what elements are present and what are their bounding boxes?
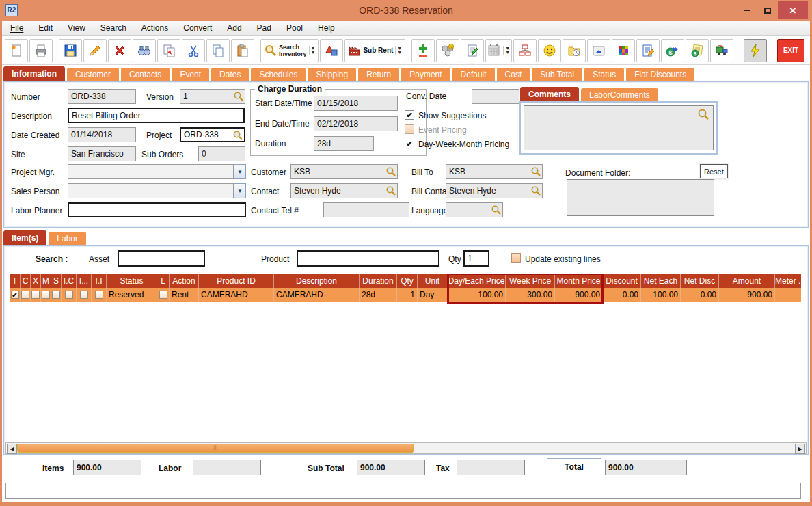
cut-button[interactable]	[182, 39, 205, 62]
col-header-month-price[interactable]: Month Price	[555, 274, 603, 288]
customer-field[interactable]: KSB	[290, 164, 398, 179]
tab-shipping[interactable]: Shipping	[307, 67, 357, 81]
cell-x[interactable]	[31, 288, 41, 302]
menu-actions[interactable]: Actions	[141, 23, 168, 33]
row-checkbox-i-i[interactable]	[95, 291, 103, 299]
group-lookup-button[interactable]: ?	[436, 39, 459, 62]
cell-qty[interactable]: 1	[397, 288, 418, 302]
comments-textarea[interactable]	[524, 105, 714, 150]
add-line-button[interactable]	[411, 39, 435, 62]
cell-duration[interactable]: 28d	[360, 288, 397, 302]
cell-meter-[interactable]	[775, 288, 801, 302]
language-lookup-icon[interactable]	[491, 204, 502, 215]
col-header-i-c[interactable]: I.C	[62, 274, 77, 288]
number-field[interactable]: ORD-338	[68, 89, 136, 104]
exit-button[interactable]: EXIT	[777, 39, 804, 62]
product-input[interactable]	[297, 250, 439, 267]
comments-lookup-icon[interactable]	[697, 108, 709, 120]
col-header-discount[interactable]: Discount	[603, 274, 641, 288]
bill-contact-lookup-icon[interactable]	[530, 185, 541, 196]
update-existing-lines-checkbox[interactable]	[511, 253, 521, 263]
menu-help[interactable]: Help	[318, 23, 335, 33]
sub-orders-field[interactable]: 0	[198, 146, 245, 161]
col-header-duration[interactable]: Duration	[360, 274, 397, 288]
cell-discount[interactable]: 0.00	[603, 288, 641, 302]
col-header-x[interactable]: X	[31, 274, 41, 288]
tab-comments[interactable]: Comments	[519, 86, 580, 101]
tab-schedules[interactable]: Schedules	[250, 67, 306, 81]
menu-view[interactable]: View	[68, 23, 85, 33]
blocks-button[interactable]	[612, 39, 635, 62]
project-lookup-icon[interactable]	[232, 130, 243, 141]
date-created-field[interactable]: 01/14/2018	[68, 127, 136, 142]
org-chart-button[interactable]	[513, 39, 537, 62]
quick-action-button[interactable]	[744, 39, 767, 62]
row-checkbox-c[interactable]	[21, 291, 29, 299]
cell-c[interactable]	[21, 288, 31, 302]
cell-week-price[interactable]: 300.00	[506, 288, 555, 302]
show-suggestions-checkbox[interactable]: ✔	[405, 110, 414, 120]
start-date-field[interactable]: 01/15/2018	[314, 96, 398, 111]
search-inventory-button[interactable]: SearchInventory ▼▼	[260, 39, 319, 62]
contact-lookup-icon[interactable]	[385, 185, 396, 196]
menu-pool[interactable]: Pool	[286, 23, 303, 33]
duration-field[interactable]: 28d	[314, 136, 374, 151]
col-header-l[interactable]: L	[157, 274, 170, 288]
tab-event[interactable]: Event	[171, 67, 210, 81]
tab-item-s-[interactable]: Item(s)	[3, 230, 47, 245]
end-date-field[interactable]: 02/12/2018	[314, 116, 398, 131]
cell-i-i[interactable]	[92, 288, 107, 302]
transfer-button[interactable]	[157, 39, 180, 62]
history-folder-button[interactable]	[563, 39, 586, 62]
grid-data-row[interactable]: ✔ReservedRentCAMERAHDCAMERAHD28d1Day100.…	[10, 288, 801, 302]
day-week-month-pricing-checkbox[interactable]: ✔	[405, 139, 414, 148]
asset-input[interactable]	[118, 250, 205, 267]
language-field[interactable]	[446, 202, 503, 217]
menu-convert[interactable]: Convert	[183, 23, 212, 33]
cell-i-[interactable]	[77, 288, 92, 302]
qty-input[interactable]: 1	[463, 250, 489, 267]
calendar-button[interactable]: ▼▼	[485, 39, 512, 62]
row-checkbox-s[interactable]	[52, 291, 60, 299]
labor-planner-field[interactable]	[68, 202, 246, 217]
col-header-i-i[interactable]: I.I	[92, 274, 107, 288]
money-transfer-button[interactable]: $	[661, 39, 684, 62]
site-field[interactable]: San Francisco	[68, 146, 136, 161]
col-header-product-id[interactable]: Product ID	[199, 274, 274, 288]
version-lookup-icon[interactable]	[233, 91, 244, 102]
edit-button[interactable]	[83, 39, 107, 62]
sales-person-dropdown[interactable]: ▼	[234, 183, 246, 198]
contact-tel-field[interactable]	[323, 202, 409, 217]
project-mgr-field[interactable]	[68, 164, 234, 179]
notes-button[interactable]	[461, 39, 484, 62]
col-header-qty[interactable]: Qty	[397, 274, 418, 288]
invoice-button[interactable]: $	[686, 39, 709, 62]
col-header-week-price[interactable]: Week Price	[506, 274, 555, 288]
bill-to-lookup-icon[interactable]	[530, 166, 541, 177]
col-header-s[interactable]: S	[51, 274, 62, 288]
tab-payment[interactable]: Payment	[401, 67, 450, 81]
menu-search[interactable]: Search	[100, 23, 126, 33]
shortcut-key-button[interactable]	[587, 39, 610, 62]
customer-lookup-icon[interactable]	[385, 166, 396, 177]
description-field[interactable]: Reset Billing Order	[68, 108, 245, 123]
maximize-button[interactable]	[757, 1, 778, 19]
cell-net-each[interactable]: 100.00	[641, 288, 681, 302]
row-checkbox-t[interactable]: ✔	[11, 291, 19, 299]
cell-unit[interactable]: Day	[418, 288, 448, 302]
contact-field[interactable]: Steven Hyde	[290, 183, 398, 198]
horizontal-scrollbar[interactable]: ◀ ⦀ ▶	[5, 442, 807, 454]
row-checkbox-i-c[interactable]	[65, 291, 73, 299]
col-header-status[interactable]: Status	[107, 274, 157, 288]
cell-amount[interactable]: 900.00	[719, 288, 775, 302]
cell-action[interactable]: Rent	[170, 288, 199, 302]
col-header-net-disc[interactable]: Net Disc	[681, 274, 719, 288]
tab-return[interactable]: Return	[357, 67, 400, 81]
smiley-button[interactable]	[538, 39, 561, 62]
bill-to-field[interactable]: KSB	[446, 164, 543, 179]
cell-l[interactable]	[157, 288, 170, 302]
row-checkbox-x[interactable]	[31, 291, 40, 299]
print-button[interactable]	[29, 39, 53, 62]
col-header-unit[interactable]: Unit	[418, 274, 448, 288]
bill-contact-field[interactable]: Steven Hyde	[446, 183, 543, 198]
